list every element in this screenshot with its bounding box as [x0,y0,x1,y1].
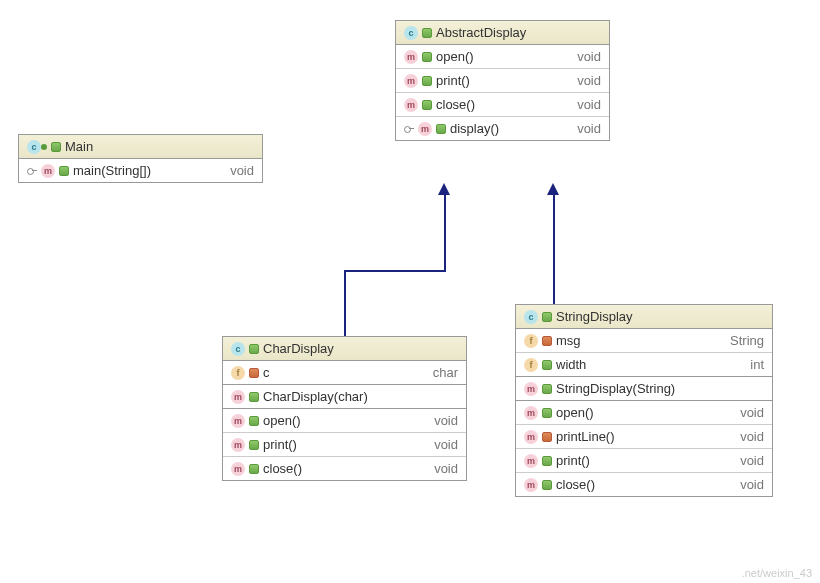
method-name: print() [436,73,470,88]
public-icon [542,312,552,322]
methods-section: m main(String[]) void [19,159,262,182]
public-icon [249,464,259,474]
field-name: c [263,365,270,380]
method-icon: m [418,122,432,136]
field-name: width [556,357,586,372]
method-row: mprint() void [396,69,609,93]
method-icon: m [524,478,538,492]
method-row: m main(String[]) void [19,159,262,182]
method-icon: m [524,406,538,420]
class-icon: c [524,310,538,324]
class-main-header: c Main [19,135,262,159]
return-type: void [434,461,458,476]
method-name: open() [436,49,474,64]
method-name: close() [263,461,302,476]
public-icon [249,344,259,354]
watermark: .net/weixin_43 [742,567,812,579]
method-name: open() [556,405,594,420]
method-row: mdisplay() void [396,117,609,140]
method-icon: m [524,382,538,396]
inheritance-line [344,270,346,336]
method-row: mprint() void [516,449,772,473]
ctor-row: mCharDisplay(char) [223,385,466,408]
public-icon [59,166,69,176]
return-type: void [577,73,601,88]
inheritance-line [344,270,446,272]
return-type: void [740,405,764,420]
key-icon [404,124,414,134]
return-type: void [577,121,601,136]
public-icon [249,392,259,402]
public-icon [422,76,432,86]
public-icon [542,408,552,418]
methods-section: mopen() void mprint() void mclose() void… [396,45,609,140]
class-string-display: c StringDisplay fmsg String fwidth int m… [515,304,773,497]
method-icon: m [404,74,418,88]
ctors-section: mStringDisplay(String) [516,377,772,401]
ctors-section: mCharDisplay(char) [223,385,466,409]
class-icon: c [231,342,245,356]
public-icon [249,416,259,426]
method-row: mopen() void [396,45,609,69]
public-icon [542,360,552,370]
method-row: mprint() void [223,433,466,457]
class-char-display: c CharDisplay fc char mCharDisplay(char)… [222,336,467,481]
field-icon: f [524,358,538,372]
return-type: void [577,97,601,112]
inheritance-arrowhead-icon [438,183,450,195]
private-icon [542,432,552,442]
ctor-row: mStringDisplay(String) [516,377,772,400]
method-name: main(String[]) [73,163,151,178]
method-icon: m [231,414,245,428]
public-icon [436,124,446,134]
class-name: Main [65,139,93,154]
public-icon [249,440,259,450]
class-icon: c [404,26,418,40]
method-row: mclose() void [223,457,466,480]
return-type: void [577,49,601,64]
private-icon [249,368,259,378]
method-icon: m [524,430,538,444]
method-name: print() [556,453,590,468]
public-icon [51,142,61,152]
method-icon: m [231,390,245,404]
public-icon [422,52,432,62]
key-icon [27,166,37,176]
method-icon: m [231,438,245,452]
method-row: mclose() void [516,473,772,496]
class-name: AbstractDisplay [436,25,526,40]
class-header: c AbstractDisplay [396,21,609,45]
inheritance-line [553,195,555,304]
ctor-name: StringDisplay(String) [556,381,675,396]
return-type: void [740,453,764,468]
return-type: void [740,477,764,492]
method-name: open() [263,413,301,428]
public-icon [422,28,432,38]
method-icon: m [404,50,418,64]
field-name: msg [556,333,581,348]
return-type: void [740,429,764,444]
public-icon [542,456,552,466]
method-row: mopen() void [516,401,772,425]
method-row: mopen() void [223,409,466,433]
public-icon [542,480,552,490]
field-icon: f [231,366,245,380]
public-icon [542,384,552,394]
method-icon: m [404,98,418,112]
methods-section: mopen() void mprint() void mclose() void [223,409,466,480]
class-name: StringDisplay [556,309,633,324]
method-name: display() [450,121,499,136]
field-type: char [433,365,458,380]
inheritance-line [444,195,446,271]
class-abstract-display: c AbstractDisplay mopen() void mprint() … [395,20,610,141]
methods-section: mopen() void mprintLine() void mprint() … [516,401,772,496]
class-main: c Main m main(String[]) void [18,134,263,183]
inheritance-arrowhead-icon [547,183,559,195]
class-header: c CharDisplay [223,337,466,361]
method-row: mclose() void [396,93,609,117]
method-name: print() [263,437,297,452]
return-type: void [434,437,458,452]
method-icon: m [231,462,245,476]
method-name: close() [436,97,475,112]
method-row: mprintLine() void [516,425,772,449]
